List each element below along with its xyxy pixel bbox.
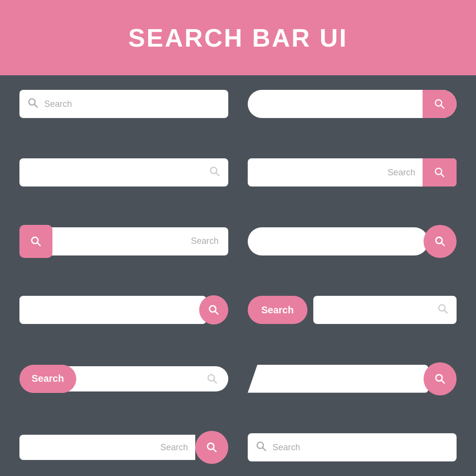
search-placeholder: Search bbox=[44, 99, 72, 109]
search-placeholder-3a: Search bbox=[191, 236, 219, 246]
search-label-5a: Search bbox=[32, 373, 64, 384]
search-input-6a[interactable]: Search bbox=[19, 435, 195, 460]
svg-line-7 bbox=[441, 174, 444, 177]
search-icon bbox=[27, 97, 39, 112]
search-button-1b[interactable] bbox=[423, 90, 457, 118]
search-icon-right bbox=[208, 165, 221, 180]
search-input-2b[interactable]: Search bbox=[248, 168, 423, 178]
svg-line-5 bbox=[216, 173, 219, 176]
search-bar-4b[interactable]: Search bbox=[248, 296, 457, 324]
search-label-button-5a[interactable]: Search bbox=[19, 365, 76, 393]
search-input-5b[interactable] bbox=[248, 365, 428, 393]
search-bar-1b[interactable] bbox=[248, 90, 457, 118]
svg-line-13 bbox=[215, 311, 218, 314]
svg-line-9 bbox=[37, 243, 40, 246]
header: SEARCH BAR UI bbox=[0, 0, 476, 75]
search-button-3b[interactable] bbox=[424, 225, 457, 258]
search-button-5b[interactable] bbox=[424, 362, 457, 395]
search-bar-6b[interactable]: Search bbox=[248, 433, 457, 461]
search-bar-3b[interactable] bbox=[248, 227, 457, 255]
main-content: Search Search bbox=[0, 75, 476, 476]
svg-line-3 bbox=[441, 105, 444, 108]
search-bar-6a[interactable]: Search bbox=[19, 433, 228, 461]
svg-line-23 bbox=[263, 447, 266, 450]
search-input-area[interactable] bbox=[248, 90, 423, 118]
search-bar-2a[interactable] bbox=[19, 158, 228, 187]
svg-line-15 bbox=[444, 310, 447, 313]
search-button-4b[interactable]: Search bbox=[248, 296, 307, 324]
search-label-4b: Search bbox=[261, 305, 294, 316]
search-bar-4a[interactable] bbox=[19, 296, 228, 324]
search-input-3a[interactable]: Search bbox=[51, 227, 228, 255]
search-input-3b[interactable] bbox=[248, 227, 428, 255]
search-button-4a[interactable] bbox=[199, 295, 228, 324]
search-bar-5a[interactable]: Search bbox=[19, 365, 228, 393]
search-bar-4c[interactable] bbox=[313, 296, 457, 324]
search-input-4a[interactable] bbox=[19, 296, 206, 324]
svg-line-1 bbox=[34, 104, 37, 107]
search-bar-1a[interactable]: Search bbox=[19, 90, 228, 118]
search-icon-4c bbox=[437, 303, 449, 318]
search-button-3a[interactable] bbox=[19, 225, 52, 258]
search-placeholder-6a: Search bbox=[160, 442, 188, 453]
svg-line-21 bbox=[213, 449, 216, 452]
search-bar-5b[interactable] bbox=[248, 365, 457, 393]
search-icon-6b bbox=[255, 440, 268, 455]
search-button-6a[interactable] bbox=[195, 431, 228, 464]
search-bar-2b[interactable]: Search bbox=[248, 158, 457, 187]
search-button-2b[interactable] bbox=[423, 158, 457, 187]
search-placeholder-6b: Search bbox=[272, 442, 300, 453]
search-bar-3a[interactable]: Search bbox=[19, 227, 228, 255]
svg-line-19 bbox=[442, 380, 444, 383]
search-input-5a[interactable] bbox=[67, 366, 228, 391]
svg-line-11 bbox=[442, 243, 444, 246]
search-placeholder-2b: Search bbox=[388, 168, 415, 178]
page-title: SEARCH BAR UI bbox=[128, 23, 348, 52]
svg-line-17 bbox=[214, 380, 217, 383]
